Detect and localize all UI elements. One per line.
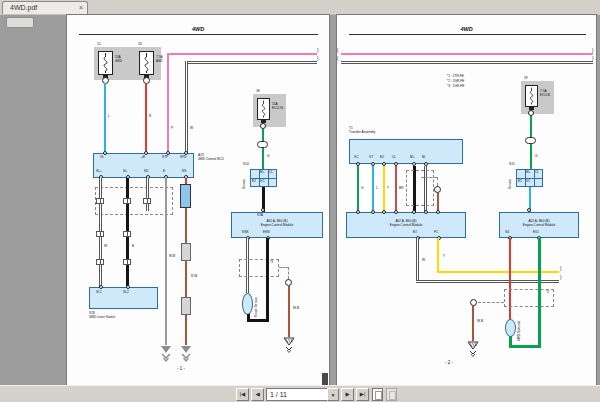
ecu-pin-label: +B [141, 156, 145, 160]
fuse-b-id: 1D [138, 43, 142, 47]
inline-connector-icon [257, 141, 268, 148]
transfer-pin-label: CL [392, 156, 396, 160]
ecu-pin-label: STP [162, 156, 168, 160]
pin-icon [394, 210, 398, 214]
grid-cell-label: VC [526, 180, 530, 184]
transfer-pin-label: M- [422, 156, 426, 160]
pin-icon [356, 210, 360, 214]
lever-switch-label: S18 4WD Lever Switch [89, 312, 115, 319]
wire-code: W-B [293, 307, 299, 311]
ecm-pin-label: E2 [413, 231, 417, 235]
knock-sensor [242, 293, 253, 315]
ecu-pin-label: RS [182, 170, 186, 174]
header-rule [79, 34, 318, 35]
navigation-toolbar: |◀ ◀ 1 / 11 ▼ ▶ ▶| [0, 385, 600, 402]
wire-code: W [422, 259, 425, 263]
harness-dashed-box [95, 187, 173, 215]
wire-code: W-B [169, 255, 175, 259]
wire-code: W [104, 245, 107, 249]
legend-line: *3 : 1GR-FE [447, 85, 464, 89]
wire-green-solenoid [509, 336, 512, 346]
pin-icon [126, 285, 130, 289]
wire-green-solenoid [509, 345, 541, 348]
wire-code: Y [387, 187, 389, 191]
wire-blue [372, 166, 374, 212]
transfer-pin-label: E2 [380, 156, 384, 160]
inline-connector-icon [181, 243, 191, 261]
pin-icon [436, 210, 440, 214]
fuse-a-id: 1C [97, 43, 101, 47]
wire-yellow-out [437, 238, 439, 273]
inline-connector-icon [143, 198, 151, 204]
wire-code: B [132, 245, 134, 249]
wire-brown-ground [185, 208, 187, 345]
first-page-button[interactable]: |◀ [236, 388, 249, 401]
solenoid-label: 4WD Solenoid [518, 315, 522, 341]
wire-code: Y [443, 255, 445, 259]
fuse-d-icon [525, 85, 538, 107]
ecm-pin-label: S4 [505, 231, 509, 235]
ground-icon [466, 341, 480, 363]
inline-connector-icon [96, 231, 104, 237]
ecm-right-label: A52 A, B60 (B) Engine Control Module [499, 220, 579, 227]
continuation-mark: ) [560, 276, 562, 281]
fuse-b-label: 7.5A AM2 [156, 56, 163, 63]
page-number-value: 1 / 11 [270, 391, 287, 398]
link-dashed [288, 267, 289, 279]
fuse-c-label: 15A ECU-IG [272, 103, 283, 110]
ecu-pin-label: SPD [180, 156, 187, 160]
connector-icon [434, 186, 441, 193]
sidebar-toggle-button[interactable] [6, 17, 34, 28]
inline-connector-icon [123, 231, 131, 237]
page-dropdown-button[interactable]: ▼ [327, 388, 339, 401]
close-icon[interactable]: × [79, 4, 83, 11]
resistor [180, 184, 191, 208]
ecm-label: A52 A, B60 (B) Engine Control Module [231, 220, 323, 227]
wire-code: G [267, 155, 269, 159]
shield-note: *3 [270, 261, 273, 265]
two-page-view-icon[interactable] [386, 388, 397, 401]
transfer-box [349, 139, 463, 164]
fuse-a-icon [98, 51, 113, 75]
wire-green [357, 166, 359, 212]
wire-gray-ground [165, 178, 167, 345]
pin-icon [412, 210, 416, 214]
shield-dashed-box [406, 170, 434, 206]
continuation-mark: ( [337, 57, 339, 62]
sensor-label: Sensor [509, 167, 513, 189]
ecm-pin-label: FC [434, 231, 438, 235]
wire-code: W-B [477, 320, 483, 324]
connector-icon [470, 299, 477, 306]
single-page-view-icon[interactable] [372, 388, 383, 401]
tab-4wd-pdf[interactable]: 4WD.pdf × [2, 1, 88, 14]
page1-title: 4WD [67, 26, 329, 32]
pdf-viewer-window: 4WD.pdf × 4WD 1C 15A 4WD 1D 7.5A AM2 L R… [0, 0, 600, 402]
wire-brown-ground [288, 286, 290, 337]
last-page-button[interactable]: ▶| [356, 388, 369, 401]
header-rule [349, 34, 586, 35]
page-number-input[interactable]: 1 / 11 [266, 388, 328, 401]
fuse-c-id: 1E [256, 90, 260, 94]
ecu-pin-label: IG [100, 156, 103, 160]
sensor-ref: S15 [509, 163, 515, 167]
link-dashed [478, 302, 504, 303]
ground-icon [159, 345, 173, 367]
link-dashed [437, 177, 438, 186]
fuse-d-label: 7.5A ECU-B [540, 90, 550, 97]
continuation-mark: ( [337, 49, 339, 54]
wire-code: G [361, 187, 363, 191]
switch-pin-label: SL2 [123, 291, 129, 295]
wire-ig-blue [104, 83, 106, 153]
wire-yellow [383, 166, 385, 212]
previous-page-button[interactable]: ◀ [251, 388, 264, 401]
ground-icon [282, 337, 296, 359]
wire-black-return [247, 319, 269, 322]
wire-white-vertical [185, 61, 188, 153]
grid-cell-label: E2 [518, 180, 522, 184]
pin-icon [382, 210, 386, 214]
wire-black-return [266, 238, 269, 322]
wire-code: R [149, 115, 151, 119]
continuation-mark: ) [317, 57, 319, 62]
next-page-button[interactable]: ▶ [341, 388, 354, 401]
wire-white-out [416, 238, 419, 283]
